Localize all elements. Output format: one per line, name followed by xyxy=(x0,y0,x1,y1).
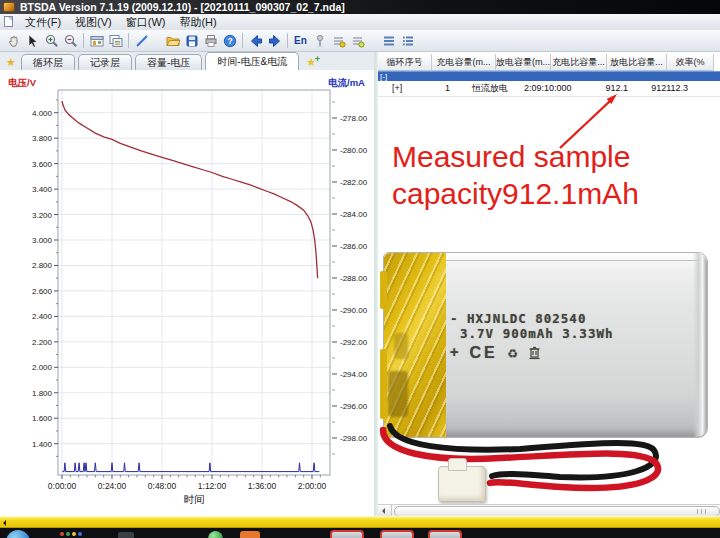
recycle-icon: ♻ xyxy=(508,345,519,360)
svg-text:2.400: 2.400 xyxy=(32,312,53,321)
grid-view-icon[interactable] xyxy=(87,32,106,50)
language-toggle-button[interactable]: En xyxy=(291,32,310,50)
taskbar-icon-fragment[interactable] xyxy=(240,531,260,538)
menu-item-2[interactable]: 窗口(W) xyxy=(119,14,173,30)
zoom-in-icon[interactable] xyxy=(42,32,61,50)
discharge-chart[interactable]: 4.0003.8003.6003.4003.2003.0002.8002.600… xyxy=(0,70,378,516)
collapse-marker[interactable]: [-] xyxy=(380,72,387,81)
select-cursor-icon[interactable] xyxy=(23,32,42,50)
scroll-left-button[interactable] xyxy=(378,505,392,516)
scrollbar-thumb[interactable] xyxy=(394,506,720,516)
battery-top-seam xyxy=(390,260,700,261)
taskbar-icon-fragment[interactable] xyxy=(118,532,134,538)
step-type: 恒流放电 xyxy=(472,82,508,95)
chart-pane: 4.0003.8003.6003.4003.2003.0002.8002.600… xyxy=(0,70,378,516)
toolbar-separator xyxy=(287,33,288,48)
toolbar-separator xyxy=(242,33,243,48)
expand-marker[interactable]: [+] xyxy=(392,82,402,95)
voltage-curve xyxy=(62,101,318,278)
horizontal-scrollbar[interactable] xyxy=(378,504,720,516)
tab-cycle-layer[interactable]: 循环层 xyxy=(21,54,75,70)
svg-text:1.800: 1.800 xyxy=(32,389,53,398)
taskbar-icon-fragment[interactable] xyxy=(78,532,82,536)
svg-text:2.200: 2.200 xyxy=(32,338,53,347)
column-header-discharge-capacity[interactable]: 放电容量(m... xyxy=(496,54,551,71)
svg-text:0:48:00: 0:48:00 xyxy=(148,481,177,491)
favorites-star-icon[interactable]: ★ xyxy=(6,56,16,68)
svg-text:-278.00: -278.00 xyxy=(340,114,368,123)
svg-text:-290.00: -290.00 xyxy=(340,306,368,315)
taskbar-icon-fragment[interactable] xyxy=(428,530,462,538)
tab-capacity-voltage[interactable]: 容量-电压 xyxy=(135,54,202,70)
battery-side-fold xyxy=(693,253,707,437)
menu-item-1[interactable]: 视图(V) xyxy=(68,14,119,30)
add-view-star-icon[interactable]: ★+ xyxy=(306,56,316,68)
taskbar-icon-fragment[interactable] xyxy=(66,532,70,536)
svg-text:-280.00: -280.00 xyxy=(340,146,368,155)
app-icon xyxy=(3,2,15,12)
help-icon[interactable]: ? xyxy=(220,32,239,50)
tab-bar: ★ 循环层记录层容量-电压时间-电压&电流 ★+ xyxy=(0,52,374,70)
print-icon[interactable] xyxy=(201,32,220,50)
edit-list-icon[interactable] xyxy=(329,32,348,50)
tab-record-layer[interactable]: 记录层 xyxy=(78,54,132,70)
zoom-out-icon[interactable] xyxy=(61,32,80,50)
left-triangle-icon xyxy=(3,520,6,526)
column-header-charge-capacity[interactable]: 充电容量(m... xyxy=(432,54,496,71)
battery-print-label: - HXJNLDC 802540 3.7V 900mAh 3.33Wh + CE… xyxy=(450,311,613,360)
open-file-icon[interactable] xyxy=(163,32,182,50)
protection-pcb-shadow xyxy=(394,333,408,359)
taskbar-icon-fragment[interactable] xyxy=(330,530,364,538)
thumb-grip xyxy=(701,509,702,514)
back-icon[interactable] xyxy=(246,32,265,50)
svg-text:电压/V: 电压/V xyxy=(8,77,37,88)
svg-text:?: ? xyxy=(227,36,232,46)
toolbar-separator xyxy=(83,33,84,48)
svg-text:-282.00: -282.00 xyxy=(340,178,368,187)
menu-item-3[interactable]: 帮助(H) xyxy=(172,14,223,30)
svg-text:4.000: 4.000 xyxy=(32,109,53,118)
title-bar[interactable]: BTSDA Version 7.1.19 (2009.12.10) - [202… xyxy=(0,0,720,14)
svg-text:1.600: 1.600 xyxy=(32,414,53,423)
battery-connector xyxy=(438,466,486,502)
svg-text:3.000: 3.000 xyxy=(32,236,53,245)
edit-list-alt-icon[interactable] xyxy=(348,32,367,50)
svg-text:-292.00: -292.00 xyxy=(340,338,368,347)
connector-latch xyxy=(448,458,467,471)
svg-text:-296.00: -296.00 xyxy=(340,402,368,411)
svg-text:0:24:00: 0:24:00 xyxy=(98,481,127,491)
taskbar-icon-fragment[interactable] xyxy=(380,530,414,538)
svg-text:电流/mA: 电流/mA xyxy=(328,77,365,88)
taskbar-icon-fragment[interactable] xyxy=(208,531,223,538)
pan-hand-icon[interactable] xyxy=(4,32,23,50)
taskbar-icon-fragment[interactable] xyxy=(72,532,76,536)
detail-view-icon[interactable] xyxy=(398,32,417,50)
taskbar-icon-fragment[interactable] xyxy=(60,532,64,536)
taskbar-icon-fragment[interactable] xyxy=(6,530,30,538)
step-specific-capacity: 912112.3 xyxy=(628,82,688,95)
menu-item-0[interactable]: 文件(F) xyxy=(18,14,68,30)
save-icon[interactable] xyxy=(182,32,201,50)
docked-window-strip[interactable] xyxy=(0,516,720,528)
forward-icon[interactable] xyxy=(265,32,284,50)
document-icon xyxy=(4,16,13,27)
line-tool-icon[interactable] xyxy=(132,32,151,50)
language-toggle-label: En xyxy=(294,35,307,46)
tape-tab xyxy=(380,349,387,419)
pushpin-icon[interactable] xyxy=(310,32,329,50)
cycle-row-selected[interactable]: [-] xyxy=(378,71,720,81)
column-header-cycle-index[interactable]: 循环序号 xyxy=(378,54,432,71)
svg-text:1:12:00: 1:12:00 xyxy=(198,481,227,491)
window-title: BTSDA Version 7.1.19 (2009.12.10) - [202… xyxy=(20,0,345,14)
column-header-discharge-specific-capacity[interactable]: 放电比容量... xyxy=(607,54,667,71)
list-view-icon[interactable] xyxy=(379,32,398,50)
report-view-icon[interactable] xyxy=(106,32,125,50)
step-number: 1 xyxy=(434,82,450,95)
toolbar: ? En xyxy=(0,30,720,52)
tab-time-voltage-current[interactable]: 时间-电压&电流 xyxy=(205,52,299,70)
svg-text:3.600: 3.600 xyxy=(32,160,53,169)
column-header-efficiency[interactable]: 效率(% xyxy=(667,54,714,71)
column-header-charge-specific-capacity[interactable]: 充电比容量... xyxy=(551,54,607,71)
svg-text:时间: 时间 xyxy=(184,493,205,505)
svg-text:1.400: 1.400 xyxy=(32,440,53,449)
